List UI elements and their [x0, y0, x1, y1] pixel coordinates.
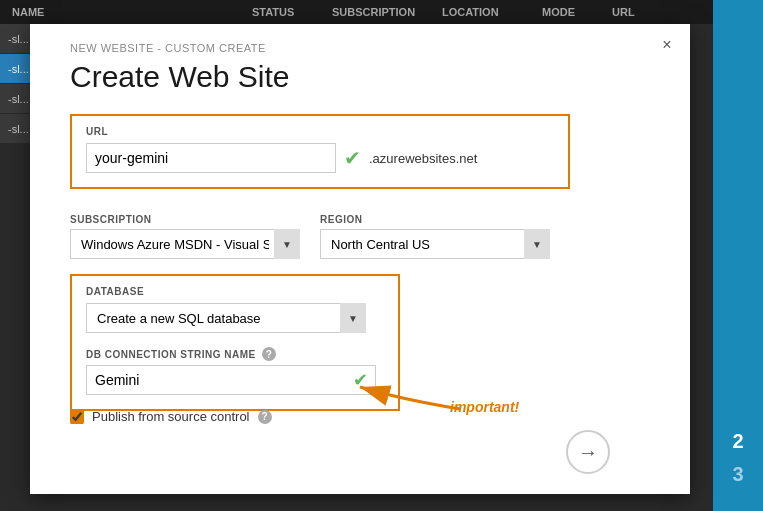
dbconn-input-wrapper: ✔	[86, 365, 376, 395]
publish-label: Publish from source control	[92, 409, 250, 424]
publish-row: Publish from source control ?	[70, 409, 272, 424]
domain-suffix: .azurewebsites.net	[369, 151, 477, 166]
subscription-select-wrapper: Windows Azure MSDN - Visual Stud ▼	[70, 229, 300, 259]
important-annotation: important!	[450, 399, 519, 415]
subscription-group: SUBSCRIPTION Windows Azure MSDN - Visual…	[70, 214, 300, 259]
col-status: STATUS	[240, 6, 320, 18]
region-label: REGION	[320, 214, 550, 225]
dbconn-label-row: DB CONNECTION STRING NAME ?	[86, 347, 384, 361]
region-select-wrapper: North Central US South Central US East U…	[320, 229, 550, 259]
subscription-label: SUBSCRIPTION	[70, 214, 300, 225]
modal-dialog: × NEW WEBSITE - CUSTOM CREATE Create Web…	[30, 24, 690, 494]
region-select[interactable]: North Central US South Central US East U…	[320, 229, 550, 259]
dbconn-check-icon: ✔	[353, 369, 368, 391]
sub-region-row: SUBSCRIPTION Windows Azure MSDN - Visual…	[70, 214, 550, 259]
col-subscription: SUBSCRIPTION	[320, 6, 430, 18]
subscription-select[interactable]: Windows Azure MSDN - Visual Stud	[70, 229, 300, 259]
close-button[interactable]: ×	[658, 36, 676, 54]
publish-checkbox[interactable]	[70, 410, 84, 424]
dbconn-label: DB CONNECTION STRING NAME	[86, 349, 256, 360]
dbconn-help-icon[interactable]: ?	[262, 347, 276, 361]
next-button[interactable]: →	[566, 430, 610, 474]
url-input[interactable]	[86, 143, 336, 173]
col-location: LOCATION	[430, 6, 530, 18]
database-label: DATABASE	[86, 286, 384, 297]
col-mode: MODE	[530, 6, 600, 18]
publish-help-icon[interactable]: ?	[258, 410, 272, 424]
database-section: DATABASE Create a new SQL database Use a…	[70, 274, 400, 411]
region-group: REGION North Central US South Central US…	[320, 214, 550, 259]
sidebar-step-2[interactable]: 2	[732, 430, 743, 453]
url-section: URL ✔ .azurewebsites.net	[70, 114, 570, 189]
url-label: URL	[86, 126, 554, 137]
table-header: NAME STATUS SUBSCRIPTION LOCATION MODE U…	[0, 0, 763, 24]
url-check-icon: ✔	[344, 146, 361, 170]
database-select[interactable]: Create a new SQL database Use an existin…	[86, 303, 366, 333]
col-name: NAME	[0, 6, 240, 18]
dbconn-input[interactable]	[86, 365, 376, 395]
sidebar-step-3[interactable]: 3	[732, 463, 743, 486]
right-sidebar: 2 3	[713, 0, 763, 511]
database-select-wrapper: Create a new SQL database Use an existin…	[86, 303, 366, 333]
modal-subtitle: NEW WEBSITE - CUSTOM CREATE	[70, 42, 266, 54]
modal-title: Create Web Site	[70, 60, 290, 94]
